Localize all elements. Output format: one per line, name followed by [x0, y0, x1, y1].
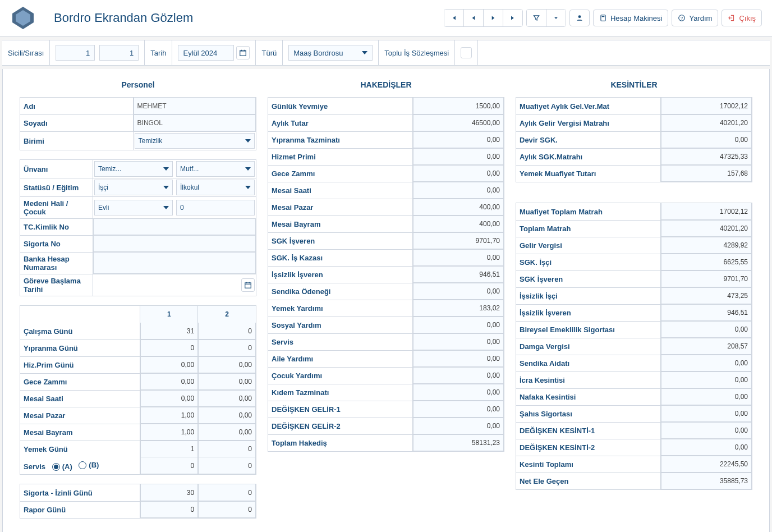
hak-row-value[interactable]: 0,00 [413, 401, 504, 418]
tarih-input[interactable] [178, 45, 234, 61]
first-record-button[interactable] [444, 10, 464, 26]
kes-row-value[interactable]: 40201,20 [661, 114, 752, 131]
hak-row-value[interactable]: 400,00 [413, 199, 504, 215]
kes-row-value[interactable]: 0,00 [661, 439, 752, 456]
kes-row-value[interactable]: 22245,50 [661, 456, 752, 473]
kes-row-value[interactable]: 208,57 [661, 338, 752, 355]
sicil-from-input[interactable] [56, 45, 95, 61]
days-row-v1[interactable]: 0 [140, 340, 198, 356]
filter-dropdown-button[interactable] [546, 10, 566, 26]
servis-v1[interactable]: 0 [140, 457, 198, 474]
days-row-v2[interactable]: 0,00 [198, 356, 256, 373]
turu-select[interactable]: Maaş Bordrosu [288, 45, 373, 61]
banka-value[interactable] [93, 252, 256, 274]
medeni-select[interactable]: Evli [94, 200, 173, 215]
hak-row-value[interactable]: 58131,23 [413, 434, 504, 451]
statu-select-1[interactable]: İşçi [94, 180, 173, 195]
kes-row-value[interactable]: 9701,70 [661, 270, 752, 287]
hak-row-value[interactable]: 0,00 [413, 148, 504, 165]
kes-row-value[interactable]: 35885,73 [661, 473, 752, 489]
days-row-v2[interactable]: 0 [198, 441, 256, 457]
statu-select-2[interactable]: İlkokul [176, 180, 255, 195]
kes-row-value[interactable]: 0,00 [661, 355, 752, 372]
sicil-to-input[interactable] [99, 45, 139, 61]
hak-row-value[interactable]: 183,02 [413, 300, 504, 317]
servis-radio-a[interactable]: (A) [52, 462, 72, 471]
rapor-label: Rapor Günü [20, 501, 140, 518]
hak-row-value[interactable]: 0,00 [413, 384, 504, 401]
kes-row-value[interactable]: 157,68 [661, 165, 752, 182]
days-row-v1[interactable]: 0,00 [140, 373, 198, 390]
hak-row-value[interactable]: 46500,00 [413, 114, 504, 131]
hak-row-value[interactable]: 400,00 [413, 215, 504, 232]
hak-row-value[interactable]: 0,00 [413, 333, 504, 350]
days-row-v1[interactable]: 1,00 [140, 407, 198, 424]
prev-record-button[interactable] [464, 10, 484, 26]
servis-radio-b[interactable]: (B) [79, 461, 99, 469]
kes-row-value[interactable]: 47325,33 [661, 148, 752, 165]
days-row-v2[interactable]: 0,00 [198, 373, 256, 390]
hak-row-value[interactable]: 0,00 [413, 249, 504, 266]
kes-row-value[interactable]: 473,25 [661, 287, 752, 304]
hak-row-value[interactable]: 0,00 [413, 182, 504, 199]
tis-checkbox[interactable] [461, 47, 472, 58]
kes-row-label: DEĞİŞKEN KESİNTİ-2 [516, 439, 661, 456]
kes-row-value[interactable]: 17002,12 [661, 98, 752, 114]
help-button[interactable]: ? Yardım [672, 10, 718, 26]
hak-row-value[interactable]: 0,00 [413, 131, 504, 148]
days-row-v2[interactable]: 0,00 [198, 424, 256, 441]
exit-button[interactable]: Çıkış [722, 10, 762, 26]
servis-v2[interactable]: 0 [198, 457, 256, 474]
days-row-v2[interactable]: 0 [198, 340, 256, 356]
kes-row-value[interactable]: 0,00 [661, 388, 752, 405]
unvani-select-1[interactable]: Temiz... [94, 161, 173, 177]
sigortano-value[interactable] [93, 235, 256, 252]
hak-row-value[interactable]: 0,00 [413, 165, 504, 182]
days-row-v1[interactable]: 1 [140, 441, 198, 457]
kes-row-value[interactable]: 4289,92 [661, 237, 752, 254]
kes-row-value[interactable]: 0,00 [661, 321, 752, 338]
days-row-v2[interactable]: 0 [198, 323, 256, 340]
gorev-cal-button[interactable] [241, 278, 255, 292]
unvani-label: Ünvanı [20, 160, 93, 178]
hak-row-value[interactable]: 0,00 [413, 350, 504, 367]
rapor-v2[interactable]: 0 [198, 501, 256, 518]
days-row-v1[interactable]: 31 [140, 323, 198, 340]
days-row-v2[interactable]: 0,00 [198, 390, 256, 407]
cocuk-input[interactable]: 0 [176, 200, 255, 215]
days-row-v1[interactable]: 1,00 [140, 424, 198, 441]
kes-row-value[interactable]: 946,51 [661, 304, 752, 321]
hak-row-value[interactable]: 0,00 [413, 367, 504, 384]
rapor-v1[interactable]: 0 [140, 501, 198, 518]
birimi-select[interactable]: Temizlik [135, 133, 255, 149]
hak-row-value[interactable]: 0,00 [413, 283, 504, 300]
kes-row-value[interactable]: 40201,20 [661, 220, 752, 237]
hak-row-value[interactable]: 0,00 [413, 418, 504, 434]
sigorta-izin-v1[interactable]: 30 [140, 484, 198, 501]
kes-row-value[interactable]: 0,00 [661, 372, 752, 388]
kes-row-value[interactable]: 6625,55 [661, 254, 752, 270]
filter-button[interactable] [527, 10, 546, 26]
hak-row-value[interactable]: 946,51 [413, 266, 504, 283]
days-row-v2[interactable]: 0,00 [198, 407, 256, 424]
last-record-button[interactable] [503, 10, 522, 26]
sigorta-izin-v2[interactable]: 0 [198, 484, 256, 501]
hak-row-value[interactable]: 9701,70 [413, 232, 504, 249]
kes-row-value[interactable]: 0,00 [661, 422, 752, 439]
hak-row-value[interactable]: 1500,00 [413, 98, 504, 114]
days-row-v1[interactable]: 0,00 [140, 356, 198, 373]
soyadi-value[interactable]: BINGOL [134, 114, 256, 131]
kes-row-value[interactable]: 17002,12 [661, 203, 752, 220]
kes-row-value[interactable]: 0,00 [661, 405, 752, 422]
next-record-button[interactable] [484, 10, 503, 26]
hak-row-value[interactable]: 0,00 [413, 317, 504, 333]
unvani-select-2[interactable]: Mutf... [176, 161, 255, 177]
adi-value[interactable]: MEHMET [134, 98, 256, 114]
days-row-v1[interactable]: 0,00 [140, 390, 198, 407]
tarih-cal-button[interactable] [236, 46, 250, 59]
person-button[interactable] [569, 10, 590, 26]
kes-row-value[interactable]: 0,00 [661, 131, 752, 148]
tc-value[interactable] [93, 218, 256, 235]
kes-row-label: Muafiyet Aylık Gel.Ver.Mat [516, 98, 661, 114]
calculator-button[interactable]: Hesap Makinesi [593, 10, 669, 26]
